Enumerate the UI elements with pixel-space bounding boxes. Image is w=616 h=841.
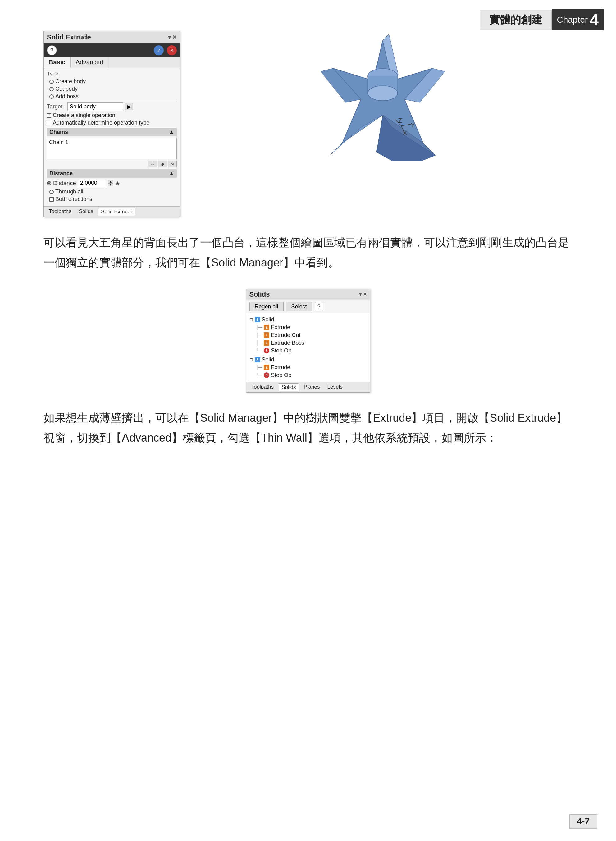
chain-btn-bidirectional[interactable]: ↔ <box>148 161 157 167</box>
tab-advanced[interactable]: Advanced <box>70 57 109 68</box>
cut-body-option[interactable]: Cut body <box>49 86 177 92</box>
svg-text:Y: Y <box>411 122 415 129</box>
solids-close-icon[interactable]: ✕ <box>363 291 367 297</box>
solid-icon-1: S <box>255 317 260 322</box>
paragraph2-text: 如果想生成薄壁擠出，可以在【Solid Manager】中的樹狀圖雙擊【Extr… <box>44 412 567 444</box>
tree-extrude-2-label: Extrude <box>271 364 290 371</box>
single-op-checkbox[interactable]: Create a single operation <box>47 112 177 119</box>
tab-basic[interactable]: Basic <box>44 57 70 68</box>
target-row: Target ▶ <box>47 103 177 111</box>
extrude-icon-1: E <box>264 325 269 330</box>
type-row: Type <box>47 71 177 77</box>
auto-op-label: Automatically determine operation type <box>53 120 150 126</box>
solids-tab-planes[interactable]: Planes <box>301 383 323 391</box>
tree-extrude-1: ├─ E Extrude <box>256 324 367 331</box>
star-3d-svg: Z Y X <box>293 31 473 161</box>
solid-icon-2: S <box>255 357 260 362</box>
chains-label: Chains <box>49 129 68 135</box>
tree-stop-op-1-label: Stop Op <box>271 347 291 354</box>
tree-connector-2: ├─ <box>256 333 263 338</box>
solids-title: Solids <box>249 290 270 299</box>
tree-solid-1-label: Solid <box>262 316 274 323</box>
dialog-title: Solid Extrude <box>47 33 91 41</box>
svg-text:X: X <box>403 129 407 136</box>
auto-op-check[interactable] <box>47 121 51 125</box>
chapter-label: Chapter <box>557 15 588 25</box>
tree-extrude-cut: ├─ E Extrude Cut <box>256 331 367 339</box>
single-op-check[interactable] <box>47 113 51 118</box>
dialog-body: Type Create body Cut body Add boss <box>44 68 180 206</box>
chains-toolbar: ↔ ⌀ ∞ <box>47 161 177 167</box>
distance-input[interactable] <box>78 179 106 187</box>
both-directions-check[interactable] <box>49 197 54 202</box>
stop-op-icon-2: S <box>264 372 269 378</box>
spinner-up[interactable]: ▲ <box>108 180 113 183</box>
distance-radio-label: Distance <box>53 180 76 187</box>
tree-extrude-boss-label: Extrude Boss <box>271 340 304 346</box>
tree-expand-2[interactable]: ⊟ <box>249 357 253 362</box>
tree-extrude-boss: ├─ E Extrude Boss <box>256 339 367 347</box>
target-input[interactable] <box>67 103 123 111</box>
solids-help-button[interactable]: ? <box>315 302 323 311</box>
solids-tab-levels[interactable]: Levels <box>325 383 345 391</box>
distance-plus-icon[interactable]: ⊕ <box>115 180 120 187</box>
tree-connector-6: └─ <box>256 373 263 378</box>
tree-stop-op-1: └─ S Stop Op <box>256 347 367 355</box>
paragraph1: 可以看見大五角星的背面長出了一個凸台，這樣整個繪圖區域已有兩個實體，可以注意到剛… <box>44 233 572 273</box>
solids-tab-toolpaths[interactable]: Toolpaths <box>249 383 276 391</box>
chain-item: Chain 1 <box>49 139 68 145</box>
spinner-down[interactable]: ▼ <box>108 183 113 186</box>
cancel-button[interactable]: ✕ <box>167 45 177 55</box>
cut-body-radio[interactable] <box>49 87 54 91</box>
extrude-icon-2: E <box>264 365 269 370</box>
tree-connector-1: ├─ <box>256 325 263 330</box>
distance-row: Distance ▲ ▼ ⊕ <box>47 179 177 187</box>
both-directions-label: Both directions <box>55 196 92 202</box>
solids-pin-icon[interactable]: ▾ <box>359 291 362 297</box>
through-all-label: Through all <box>55 189 83 195</box>
paragraph2: 如果想生成薄壁擠出，可以在【Solid Manager】中的樹狀圖雙擊【Extr… <box>44 408 572 448</box>
add-boss-radio[interactable] <box>49 94 54 99</box>
ok-button[interactable]: ✓ <box>154 45 164 55</box>
dialog-titlebar: Solid Extrude ▾ ✕ <box>44 31 180 44</box>
through-all-option[interactable]: Through all <box>49 189 177 195</box>
paragraph1-text: 可以看見大五角星的背面長出了一個凸台，這樣整個繪圖區域已有兩個實體，可以注意到剛… <box>44 236 569 269</box>
chain-btn-link[interactable]: ∞ <box>168 161 177 167</box>
chains-section-header: Chains ▲ <box>47 128 177 136</box>
add-boss-option[interactable]: Add boss <box>49 93 177 100</box>
tree-extrude-2: ├─ E Extrude <box>256 364 367 371</box>
page-number: 4-7 <box>569 814 597 829</box>
regen-all-button[interactable]: Regen all <box>249 302 284 311</box>
chains-list: Chain 1 <box>47 138 177 159</box>
target-browse-btn[interactable]: ▶ <box>125 103 133 110</box>
auto-op-checkbox[interactable]: Automatically determine operation type <box>47 120 177 126</box>
bottom-tab-solids[interactable]: Solids <box>76 208 96 215</box>
create-body-option[interactable]: Create body <box>49 78 177 85</box>
tree-solid-2: ⊟ S Solid <box>249 356 367 364</box>
distance-radio[interactable] <box>47 181 51 185</box>
type-label: Type <box>47 71 66 77</box>
solid-extrude-dialog: Solid Extrude ▾ ✕ ? ✓ ✕ Basic Advanced T… <box>44 31 180 217</box>
page-header: 實體的創建 Chapter 4 <box>480 9 604 31</box>
tree-expand-1[interactable]: ⊟ <box>249 317 253 322</box>
top-section: Solid Extrude ▾ ✕ ? ✓ ✕ Basic Advanced T… <box>44 31 572 217</box>
bottom-tab-solid-extrude[interactable]: Solid Extrude <box>98 208 135 215</box>
create-body-radio[interactable] <box>49 79 54 84</box>
both-directions-option[interactable]: Both directions <box>49 196 177 202</box>
solids-tree: ⊟ S Solid ├─ E Extrude ├─ E Extrude Cut … <box>246 314 370 382</box>
help-button[interactable]: ? <box>47 45 57 55</box>
distance-collapse-icon[interactable]: ▲ <box>169 170 174 177</box>
through-all-radio[interactable] <box>49 190 54 194</box>
solids-titlebar: Solids ▾ ✕ <box>246 289 370 300</box>
bottom-tab-toolpaths[interactable]: Toolpaths <box>46 208 74 215</box>
pin-icon[interactable]: ▾ <box>168 34 171 41</box>
close-icon[interactable]: ✕ <box>172 34 177 41</box>
solids-tab-solids[interactable]: Solids <box>279 383 299 391</box>
solids-toolbar: Regen all Select ? <box>246 300 370 314</box>
tree-connector-5: ├─ <box>256 365 263 370</box>
dialog-toolbar: ? ✓ ✕ <box>44 44 180 57</box>
select-button[interactable]: Select <box>286 302 312 311</box>
add-boss-label: Add boss <box>55 93 79 100</box>
chain-btn-edit[interactable]: ⌀ <box>158 161 167 167</box>
chains-collapse-icon[interactable]: ▲ <box>169 129 174 135</box>
